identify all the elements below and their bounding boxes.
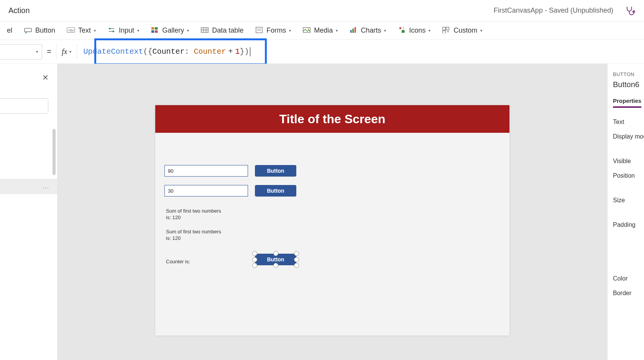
prop-text[interactable]: Text [613, 119, 644, 126]
prop-color[interactable]: Color [613, 275, 644, 282]
ribbon-text[interactable]: Abc Text ▾ [67, 26, 96, 35]
resize-handle-n[interactable] [273, 251, 278, 256]
ribbon-icons[interactable]: + Icons ▾ [398, 26, 430, 35]
prop-padding[interactable]: Padding [613, 221, 644, 228]
textinput-2[interactable]: 30 [164, 185, 248, 197]
screen-title-text: Title of the Screen [279, 112, 386, 126]
button-2[interactable]: Button [255, 185, 296, 197]
gallery-icon [151, 26, 159, 35]
svg-rect-23 [355, 27, 356, 33]
prop-size[interactable]: Size [613, 197, 644, 204]
formula-bar: ▾ = fx ▾ UpdateContext({Counter: Counter… [0, 40, 644, 64]
ribbon-charts[interactable]: Charts ▾ [349, 26, 386, 35]
titlebar: Action FirstCanvasApp - Saved (Unpublish… [0, 0, 644, 21]
svg-rect-16 [256, 27, 262, 33]
close-icon[interactable]: ✕ [42, 73, 49, 82]
resize-handle-sw[interactable] [252, 263, 257, 268]
ribbon-input[interactable]: Input ▾ [107, 26, 139, 35]
ribbon-label: Charts [361, 26, 381, 35]
svg-point-6 [112, 30, 114, 32]
prop-displaymode[interactable]: Display mode [613, 133, 644, 140]
svg-text:+: + [402, 26, 404, 30]
prop-border[interactable]: Border [613, 290, 644, 297]
ribbon-datatable[interactable]: Data table [200, 26, 243, 35]
formula-input[interactable]: UpdateContext({Counter: Counter+1}) [77, 44, 644, 59]
ribbon-label: Icons [409, 26, 426, 35]
chevron-down-icon: ▾ [69, 50, 71, 54]
canvas-area[interactable]: Title of the Screen 90 Button 30 Button … [58, 64, 607, 360]
ribbon-label: Button [35, 26, 55, 35]
chevron-down-icon: ▾ [480, 28, 482, 33]
svg-point-20 [308, 28, 309, 29]
fx-button[interactable]: fx ▾ [56, 44, 77, 59]
formula-function: UpdateContext [83, 47, 143, 56]
svg-rect-7 [151, 27, 154, 29]
resize-handle-ne[interactable] [294, 251, 299, 256]
formula-colon: : [185, 47, 189, 56]
chevron-down-icon: ▾ [429, 28, 430, 33]
ribbon-forms[interactable]: Forms ▾ [255, 26, 291, 35]
formula-var: Counter [194, 47, 226, 56]
app-checker-icon[interactable] [625, 5, 636, 16]
tab-action[interactable]: Action [8, 6, 30, 15]
canvas-screen[interactable]: Title of the Screen 90 Button 30 Button … [155, 105, 509, 335]
textinput-value: 90 [168, 168, 173, 174]
scrollbar[interactable] [53, 129, 56, 175]
formula-brace: { [148, 47, 152, 56]
app-title: FirstCanvasApp - Saved (Unpublished) [494, 7, 613, 15]
resize-handle-w[interactable] [252, 257, 257, 262]
svg-rect-22 [352, 28, 354, 33]
ribbon-label: Forms [266, 26, 286, 35]
ribbon-label: Input [119, 26, 134, 35]
button-label: Button [267, 256, 284, 263]
more-icon[interactable]: ... [43, 183, 49, 190]
resize-handle-s[interactable] [273, 263, 278, 268]
ribbon-label: Text [78, 26, 91, 35]
label-sum-2: Sum of first two numbers is: 120 [166, 229, 223, 242]
resize-handle-se[interactable] [294, 263, 299, 268]
resize-handle-e[interactable] [294, 257, 299, 262]
textinput-value: 30 [168, 188, 173, 194]
charts-icon [349, 26, 358, 35]
prop-visible[interactable]: Visible [613, 158, 644, 165]
property-selector[interactable]: ▾ [0, 44, 42, 59]
ribbon-gallery[interactable]: Gallery ▾ [151, 26, 189, 35]
chevron-down-icon: ▾ [289, 28, 291, 33]
svg-rect-21 [350, 30, 352, 33]
ribbon-button[interactable]: Button [24, 26, 55, 35]
ribbon-label: Media [314, 26, 333, 35]
resize-handle-nw[interactable] [252, 251, 257, 256]
button-1[interactable]: Button [255, 165, 296, 177]
svg-rect-28 [443, 30, 445, 33]
selected-button-wrap[interactable]: Button [255, 254, 296, 265]
ribbon-media[interactable]: Media ▾ [302, 26, 338, 35]
text-cursor [250, 47, 251, 56]
properties-tab[interactable]: Properties [613, 97, 641, 108]
formula-op: + [226, 47, 235, 56]
left-panel: ✕ ... [0, 64, 58, 360]
media-icon [302, 26, 311, 35]
datatable-icon [200, 26, 209, 35]
properties-panel: BUTTON Button6 Properties Text Display m… [607, 64, 644, 360]
formula-brace-close: } [240, 47, 245, 56]
prop-position[interactable]: Position [613, 172, 644, 179]
textinput-1[interactable]: 90 [164, 165, 248, 177]
chevron-down-icon: ▾ [336, 28, 338, 33]
ribbon-custom[interactable]: + Custom ▾ [442, 26, 482, 35]
control-type: BUTTON [613, 71, 644, 77]
input-icon [107, 26, 116, 35]
formula-paren: ( [143, 47, 148, 56]
tree-item-selected[interactable]: ... [0, 179, 57, 194]
button-icon [24, 26, 32, 35]
svg-rect-0 [25, 28, 31, 31]
svg-text:Abc: Abc [69, 28, 74, 32]
control-name: Button6 [613, 80, 644, 89]
svg-rect-8 [155, 27, 158, 29]
search-input[interactable] [0, 98, 48, 114]
equals-sign: = [42, 47, 56, 56]
svg-rect-11 [201, 27, 208, 32]
svg-point-5 [109, 28, 111, 30]
ribbon-label: Custom [453, 26, 477, 35]
ribbon-partial[interactable]: el [7, 26, 12, 35]
svg-rect-24 [402, 30, 404, 33]
